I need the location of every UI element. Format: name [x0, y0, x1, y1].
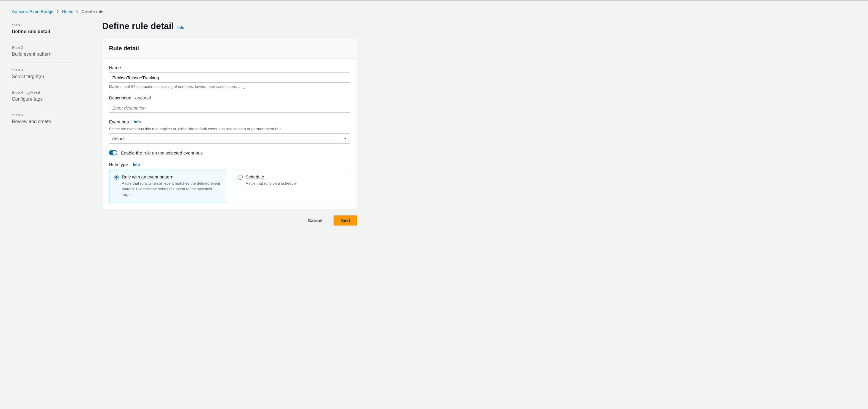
chevron-right-icon	[76, 10, 79, 13]
radio-icon	[238, 175, 243, 180]
breadcrumb-current: Create rule	[82, 9, 103, 14]
breadcrumb-link-eventbridge[interactable]: Amazon EventBridge	[12, 9, 54, 14]
wizard-actions: Cancel Next	[102, 215, 357, 237]
cancel-button[interactable]: Cancel	[301, 215, 329, 226]
description-input[interactable]	[109, 103, 350, 113]
page-title: Define rule detail	[102, 21, 174, 31]
event-bus-selected-value: default	[112, 136, 126, 141]
enable-rule-label: Enable the rule on the selected event bu…	[121, 150, 203, 156]
event-bus-helper: Select the event bus this rule applies t…	[109, 127, 350, 131]
next-button[interactable]: Next	[334, 215, 357, 226]
tile-description: A rule that runs when an event matches t…	[122, 181, 221, 198]
main-content: Define rule detail Info Rule detail Name…	[102, 21, 357, 237]
tile-title: Schedule	[246, 174, 264, 179]
step-label: Step 4 - optional	[12, 90, 75, 95]
name-input[interactable]	[109, 72, 350, 82]
rule-detail-card: Rule detail Name Maximum of 64 character…	[102, 38, 357, 209]
info-link-event-bus[interactable]: Info	[134, 120, 141, 124]
step-title: Configure tags	[12, 97, 75, 102]
wizard-step-3[interactable]: Step 3 Select target(s)	[12, 63, 75, 85]
form-group-description: Description - optional	[109, 95, 350, 113]
description-label: Description - optional	[109, 95, 350, 100]
info-link-page[interactable]: Info	[178, 26, 185, 30]
radio-icon	[114, 175, 119, 180]
form-group-rule-type: Rule type Info Rule with an event patter…	[109, 162, 350, 202]
form-group-event-bus: Event bus Info Select the event bus this…	[109, 119, 350, 143]
card-header: Rule detail	[102, 38, 357, 59]
step-label: Step 3	[12, 68, 75, 72]
toggle-knob-icon	[113, 150, 117, 155]
step-label: Step 2	[12, 45, 75, 50]
card-title: Rule detail	[109, 45, 350, 52]
wizard-step-1[interactable]: Step 1 Define rule detail	[12, 21, 75, 40]
wizard-steps: Step 1 Define rule detail Step 2 Build e…	[12, 21, 75, 130]
step-title: Select target(s)	[12, 74, 75, 79]
step-label: Step 1	[12, 23, 75, 27]
name-helper: Maximum of 64 characters consisting of n…	[109, 84, 350, 89]
divider-icon	[131, 120, 131, 124]
info-link-rule-type[interactable]: Info	[133, 162, 140, 167]
form-group-enable-toggle: Enable the rule on the selected event bu…	[109, 150, 350, 156]
step-title: Define rule detail	[12, 29, 75, 34]
breadcrumb-link-rules[interactable]: Rules	[62, 9, 73, 14]
step-title: Review and create	[12, 119, 75, 124]
tile-description: A rule that runs on a schedule	[246, 181, 345, 186]
caret-down-icon: ▼	[344, 137, 347, 140]
form-group-name: Name Maximum of 64 characters consisting…	[109, 65, 350, 89]
divider-icon	[130, 163, 130, 167]
step-title: Build event pattern	[12, 52, 75, 57]
wizard-step-2[interactable]: Step 2 Build event pattern	[12, 40, 75, 63]
name-label: Name	[109, 65, 350, 70]
breadcrumb: Amazon EventBridge Rules Create rule	[12, 1, 856, 21]
wizard-step-4[interactable]: Step 4 - optional Configure tags	[12, 85, 75, 107]
rule-type-label: Rule type Info	[109, 162, 350, 167]
enable-rule-toggle[interactable]	[109, 150, 117, 156]
tile-title: Rule with an event pattern	[122, 174, 173, 179]
event-bus-label: Event bus Info	[109, 119, 350, 124]
step-label: Step 5	[12, 113, 75, 117]
chevron-right-icon	[57, 10, 59, 13]
wizard-step-5[interactable]: Step 5 Review and create	[12, 107, 75, 130]
event-bus-select[interactable]: default ▼	[109, 134, 350, 143]
rule-type-event-pattern[interactable]: Rule with an event pattern A rule that r…	[109, 170, 226, 202]
rule-type-schedule[interactable]: Schedule A rule that runs on a schedule	[233, 170, 350, 202]
